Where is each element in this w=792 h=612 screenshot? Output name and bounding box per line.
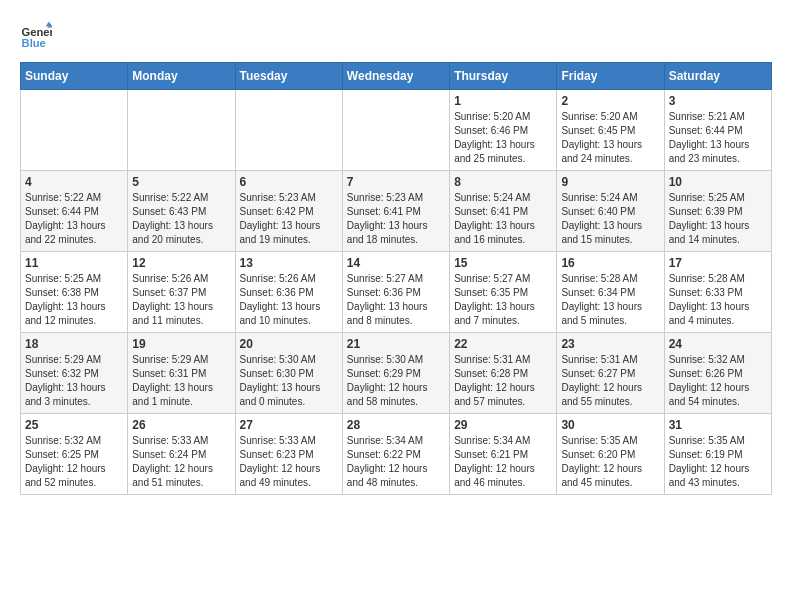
calendar-cell: 2Sunrise: 5:20 AM Sunset: 6:45 PM Daylig… xyxy=(557,90,664,171)
weekday-header-tuesday: Tuesday xyxy=(235,63,342,90)
day-number: 13 xyxy=(240,256,338,270)
calendar-cell: 18Sunrise: 5:29 AM Sunset: 6:32 PM Dayli… xyxy=(21,333,128,414)
calendar-cell: 27Sunrise: 5:33 AM Sunset: 6:23 PM Dayli… xyxy=(235,414,342,495)
calendar-cell: 3Sunrise: 5:21 AM Sunset: 6:44 PM Daylig… xyxy=(664,90,771,171)
calendar-cell: 15Sunrise: 5:27 AM Sunset: 6:35 PM Dayli… xyxy=(450,252,557,333)
calendar-cell: 12Sunrise: 5:26 AM Sunset: 6:37 PM Dayli… xyxy=(128,252,235,333)
calendar-cell: 4Sunrise: 5:22 AM Sunset: 6:44 PM Daylig… xyxy=(21,171,128,252)
day-details: Sunrise: 5:23 AM Sunset: 6:42 PM Dayligh… xyxy=(240,191,338,247)
calendar-cell: 21Sunrise: 5:30 AM Sunset: 6:29 PM Dayli… xyxy=(342,333,449,414)
day-details: Sunrise: 5:34 AM Sunset: 6:21 PM Dayligh… xyxy=(454,434,552,490)
calendar-cell: 28Sunrise: 5:34 AM Sunset: 6:22 PM Dayli… xyxy=(342,414,449,495)
calendar-cell: 6Sunrise: 5:23 AM Sunset: 6:42 PM Daylig… xyxy=(235,171,342,252)
day-details: Sunrise: 5:22 AM Sunset: 6:43 PM Dayligh… xyxy=(132,191,230,247)
weekday-header-monday: Monday xyxy=(128,63,235,90)
day-number: 27 xyxy=(240,418,338,432)
day-number: 14 xyxy=(347,256,445,270)
day-details: Sunrise: 5:24 AM Sunset: 6:41 PM Dayligh… xyxy=(454,191,552,247)
calendar-cell: 11Sunrise: 5:25 AM Sunset: 6:38 PM Dayli… xyxy=(21,252,128,333)
day-number: 19 xyxy=(132,337,230,351)
day-number: 2 xyxy=(561,94,659,108)
day-number: 1 xyxy=(454,94,552,108)
day-details: Sunrise: 5:25 AM Sunset: 6:39 PM Dayligh… xyxy=(669,191,767,247)
day-details: Sunrise: 5:30 AM Sunset: 6:30 PM Dayligh… xyxy=(240,353,338,409)
calendar-cell: 1Sunrise: 5:20 AM Sunset: 6:46 PM Daylig… xyxy=(450,90,557,171)
day-details: Sunrise: 5:26 AM Sunset: 6:36 PM Dayligh… xyxy=(240,272,338,328)
calendar-body: 1Sunrise: 5:20 AM Sunset: 6:46 PM Daylig… xyxy=(21,90,772,495)
day-number: 17 xyxy=(669,256,767,270)
day-details: Sunrise: 5:35 AM Sunset: 6:20 PM Dayligh… xyxy=(561,434,659,490)
calendar-cell: 22Sunrise: 5:31 AM Sunset: 6:28 PM Dayli… xyxy=(450,333,557,414)
day-number: 5 xyxy=(132,175,230,189)
day-details: Sunrise: 5:27 AM Sunset: 6:35 PM Dayligh… xyxy=(454,272,552,328)
day-details: Sunrise: 5:24 AM Sunset: 6:40 PM Dayligh… xyxy=(561,191,659,247)
day-number: 11 xyxy=(25,256,123,270)
day-number: 15 xyxy=(454,256,552,270)
calendar-week-3: 11Sunrise: 5:25 AM Sunset: 6:38 PM Dayli… xyxy=(21,252,772,333)
calendar-cell: 19Sunrise: 5:29 AM Sunset: 6:31 PM Dayli… xyxy=(128,333,235,414)
day-number: 22 xyxy=(454,337,552,351)
day-number: 4 xyxy=(25,175,123,189)
svg-text:Blue: Blue xyxy=(22,37,46,49)
calendar-cell: 16Sunrise: 5:28 AM Sunset: 6:34 PM Dayli… xyxy=(557,252,664,333)
weekday-header-wednesday: Wednesday xyxy=(342,63,449,90)
day-details: Sunrise: 5:31 AM Sunset: 6:28 PM Dayligh… xyxy=(454,353,552,409)
calendar-cell: 17Sunrise: 5:28 AM Sunset: 6:33 PM Dayli… xyxy=(664,252,771,333)
page-header: General Blue xyxy=(20,20,772,52)
weekday-header-sunday: Sunday xyxy=(21,63,128,90)
calendar-cell xyxy=(21,90,128,171)
calendar-cell: 13Sunrise: 5:26 AM Sunset: 6:36 PM Dayli… xyxy=(235,252,342,333)
weekday-header-saturday: Saturday xyxy=(664,63,771,90)
day-number: 21 xyxy=(347,337,445,351)
calendar-cell: 5Sunrise: 5:22 AM Sunset: 6:43 PM Daylig… xyxy=(128,171,235,252)
day-number: 6 xyxy=(240,175,338,189)
day-number: 10 xyxy=(669,175,767,189)
calendar-cell: 14Sunrise: 5:27 AM Sunset: 6:36 PM Dayli… xyxy=(342,252,449,333)
day-number: 30 xyxy=(561,418,659,432)
calendar-cell: 29Sunrise: 5:34 AM Sunset: 6:21 PM Dayli… xyxy=(450,414,557,495)
calendar-cell: 23Sunrise: 5:31 AM Sunset: 6:27 PM Dayli… xyxy=(557,333,664,414)
day-number: 8 xyxy=(454,175,552,189)
day-number: 9 xyxy=(561,175,659,189)
calendar-table: SundayMondayTuesdayWednesdayThursdayFrid… xyxy=(20,62,772,495)
weekday-header-row: SundayMondayTuesdayWednesdayThursdayFrid… xyxy=(21,63,772,90)
day-number: 31 xyxy=(669,418,767,432)
calendar-cell xyxy=(128,90,235,171)
calendar-cell: 9Sunrise: 5:24 AM Sunset: 6:40 PM Daylig… xyxy=(557,171,664,252)
weekday-header-thursday: Thursday xyxy=(450,63,557,90)
day-details: Sunrise: 5:32 AM Sunset: 6:25 PM Dayligh… xyxy=(25,434,123,490)
calendar-week-1: 1Sunrise: 5:20 AM Sunset: 6:46 PM Daylig… xyxy=(21,90,772,171)
day-details: Sunrise: 5:33 AM Sunset: 6:24 PM Dayligh… xyxy=(132,434,230,490)
day-details: Sunrise: 5:34 AM Sunset: 6:22 PM Dayligh… xyxy=(347,434,445,490)
day-details: Sunrise: 5:33 AM Sunset: 6:23 PM Dayligh… xyxy=(240,434,338,490)
day-details: Sunrise: 5:27 AM Sunset: 6:36 PM Dayligh… xyxy=(347,272,445,328)
day-number: 28 xyxy=(347,418,445,432)
day-details: Sunrise: 5:20 AM Sunset: 6:46 PM Dayligh… xyxy=(454,110,552,166)
calendar-week-2: 4Sunrise: 5:22 AM Sunset: 6:44 PM Daylig… xyxy=(21,171,772,252)
day-details: Sunrise: 5:21 AM Sunset: 6:44 PM Dayligh… xyxy=(669,110,767,166)
day-number: 12 xyxy=(132,256,230,270)
day-details: Sunrise: 5:30 AM Sunset: 6:29 PM Dayligh… xyxy=(347,353,445,409)
day-number: 24 xyxy=(669,337,767,351)
day-number: 7 xyxy=(347,175,445,189)
day-number: 18 xyxy=(25,337,123,351)
calendar-week-5: 25Sunrise: 5:32 AM Sunset: 6:25 PM Dayli… xyxy=(21,414,772,495)
day-number: 16 xyxy=(561,256,659,270)
calendar-cell: 26Sunrise: 5:33 AM Sunset: 6:24 PM Dayli… xyxy=(128,414,235,495)
day-details: Sunrise: 5:28 AM Sunset: 6:33 PM Dayligh… xyxy=(669,272,767,328)
calendar-cell: 20Sunrise: 5:30 AM Sunset: 6:30 PM Dayli… xyxy=(235,333,342,414)
day-details: Sunrise: 5:20 AM Sunset: 6:45 PM Dayligh… xyxy=(561,110,659,166)
calendar-header: SundayMondayTuesdayWednesdayThursdayFrid… xyxy=(21,63,772,90)
day-number: 3 xyxy=(669,94,767,108)
day-details: Sunrise: 5:28 AM Sunset: 6:34 PM Dayligh… xyxy=(561,272,659,328)
day-details: Sunrise: 5:25 AM Sunset: 6:38 PM Dayligh… xyxy=(25,272,123,328)
day-details: Sunrise: 5:31 AM Sunset: 6:27 PM Dayligh… xyxy=(561,353,659,409)
logo: General Blue xyxy=(20,20,52,52)
day-details: Sunrise: 5:35 AM Sunset: 6:19 PM Dayligh… xyxy=(669,434,767,490)
calendar-cell xyxy=(235,90,342,171)
calendar-cell: 30Sunrise: 5:35 AM Sunset: 6:20 PM Dayli… xyxy=(557,414,664,495)
calendar-week-4: 18Sunrise: 5:29 AM Sunset: 6:32 PM Dayli… xyxy=(21,333,772,414)
calendar-cell xyxy=(342,90,449,171)
day-number: 23 xyxy=(561,337,659,351)
calendar-cell: 10Sunrise: 5:25 AM Sunset: 6:39 PM Dayli… xyxy=(664,171,771,252)
